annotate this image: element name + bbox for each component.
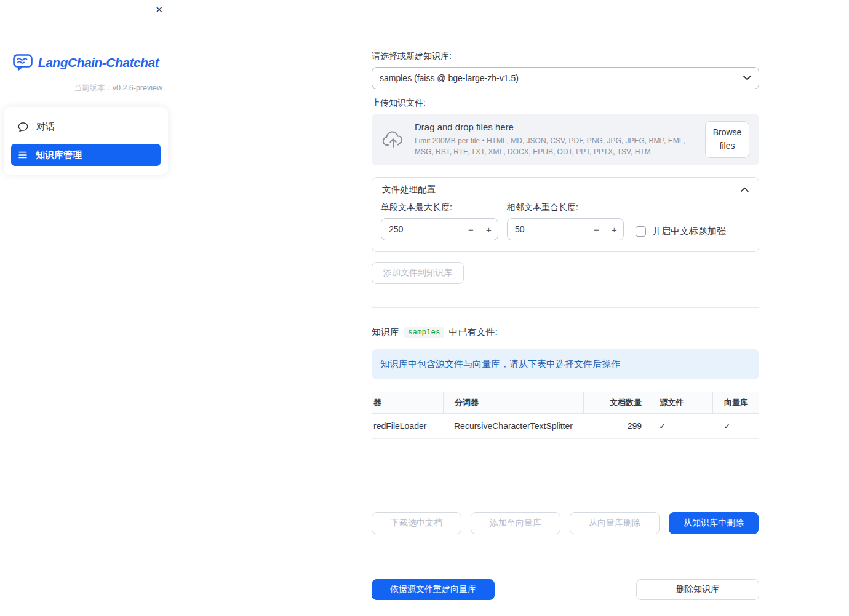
zh-title-enhance-checkbox[interactable] (636, 226, 646, 237)
file-table: 器 分词器 文档数量 源文件 向量库 redFileLoader Recursi… (372, 392, 759, 497)
sidebar-item-knowledge-base[interactable]: 知识库管理 (11, 144, 161, 166)
table-header-row: 器 分词器 文档数量 源文件 向量库 (372, 392, 759, 414)
existing-prefix: 知识库 (372, 326, 399, 338)
kb-select[interactable]: samples (faiss @ bge-large-zh-v1.5) (372, 67, 759, 89)
app-logo: LangChain-Chatchat (0, 54, 172, 71)
add-files-button[interactable]: 添加文件到知识库 (372, 262, 464, 284)
column-header-vector-store[interactable]: 向量库 (712, 392, 759, 413)
cell-doc-count[interactable]: 299 (583, 414, 648, 438)
overlap-stepper[interactable]: − + (507, 218, 624, 240)
overlap-input[interactable] (508, 224, 588, 234)
file-dropzone[interactable]: Drag and drop files here Limit 200MB per… (372, 114, 759, 165)
delete-from-kb-button[interactable]: 从知识库中删除 (669, 512, 759, 534)
sidebar-item-label: 知识库管理 (36, 149, 82, 161)
chunk-size-stepper[interactable]: − + (381, 218, 498, 240)
column-header-loader[interactable]: 器 (372, 392, 443, 413)
cell-source-file-check[interactable]: ✓ (648, 414, 712, 438)
sidebar-menu: 对话 知识库管理 (4, 107, 168, 175)
app-title: LangChain-Chatchat (38, 55, 159, 70)
sidebar-item-label: 对话 (36, 121, 55, 133)
table-row[interactable]: redFileLoader RecursiveCharacterTextSpli… (372, 414, 759, 439)
sidebar: ✕ LangChain-Chatchat 当前版本：v0.2.6-preview… (0, 0, 172, 616)
zh-title-enhance-option: 开启中文标题加强 (636, 222, 726, 240)
version-value: v0.2.6-preview (113, 84, 162, 92)
zh-title-enhance-label[interactable]: 开启中文标题加强 (652, 226, 726, 237)
main-area: 请选择或新建知识库: samples (faiss @ bge-large-zh… (172, 0, 849, 616)
cell-loader[interactable]: redFileLoader (372, 414, 443, 438)
chevron-down-icon (743, 76, 751, 81)
expander-header[interactable]: 文件处理配置 (372, 178, 759, 201)
sidebar-item-dialogue[interactable]: 对话 (11, 116, 161, 138)
file-config-expander: 文件处理配置 单段文本最大长度: − + 相邻文本重合 (372, 177, 759, 252)
cloud-upload-icon (381, 130, 405, 149)
delete-from-vector-store-button[interactable]: 从向量库删除 (570, 512, 660, 534)
dropzone-texts: Drag and drop files here Limit 200MB per… (415, 122, 695, 157)
overlap-label: 相邻文本重合长度: (507, 202, 624, 213)
browse-files-button[interactable]: Browse files (705, 121, 749, 157)
kb-name-code: samples (404, 327, 444, 338)
dropzone-title: Drag and drop files here (415, 122, 695, 132)
knowledge-list-icon (18, 150, 28, 160)
expander-title: 文件处理配置 (382, 184, 436, 195)
expander-body: 单段文本最大长度: − + 相邻文本重合长度: − + (372, 201, 759, 251)
existing-files-heading: 知识库 samples 中已有文件: (372, 326, 759, 338)
overlap-minus-button[interactable]: − (588, 224, 605, 235)
version-label: 当前版本： (74, 84, 113, 92)
download-selected-button[interactable]: 下载选中文档 (372, 512, 461, 534)
sidebar-close-icon[interactable]: ✕ (155, 5, 163, 14)
chat-bubble-icon (18, 122, 28, 132)
column-header-splitter[interactable]: 分词器 (443, 392, 583, 413)
upload-label: 上传知识文件: (372, 98, 759, 109)
overlap-group: 相邻文本重合长度: − + (507, 202, 624, 240)
overlap-plus-button[interactable]: + (605, 224, 623, 235)
delete-kb-button[interactable]: 删除知识库 (636, 579, 759, 600)
chunk-plus-button[interactable]: + (480, 224, 498, 235)
version-line: 当前版本：v0.2.6-preview (0, 83, 172, 93)
file-actions-row: 下载选中文档 添加至向量库 从向量库删除 从知识库中删除 (372, 512, 759, 534)
kb-actions-row: 依据源文件重建向量库 删除知识库 (372, 579, 759, 600)
kb-select-label: 请选择或新建知识库: (372, 51, 759, 62)
kb-select-value: samples (faiss @ bge-large-zh-v1.5) (380, 73, 519, 83)
content-column: 请选择或新建知识库: samples (faiss @ bge-large-zh… (372, 0, 759, 600)
cell-splitter[interactable]: RecursiveCharacterTextSplitter (443, 414, 583, 438)
chunk-size-input[interactable] (381, 224, 462, 234)
chevron-up-icon (741, 187, 749, 192)
cell-vector-store-check[interactable]: ✓ (712, 414, 759, 438)
divider (372, 307, 759, 308)
rebuild-vector-store-button[interactable]: 依据源文件重建向量库 (372, 579, 495, 600)
column-header-doc-count[interactable]: 文档数量 (583, 392, 648, 413)
dropzone-limit-text: Limit 200MB per file • HTML, MD, JSON, C… (415, 136, 695, 157)
existing-suffix: 中已有文件: (449, 326, 498, 338)
chunk-size-label: 单段文本最大长度: (381, 202, 498, 213)
add-to-vector-store-button[interactable]: 添加至向量库 (471, 512, 560, 534)
column-header-source-file[interactable]: 源文件 (648, 392, 712, 413)
chunk-size-group: 单段文本最大长度: − + (381, 202, 498, 240)
logo-chat-icon (13, 54, 33, 71)
info-banner: 知识库中包含源文件与向量库，请从下表中选择文件后操作 (372, 349, 759, 379)
chunk-minus-button[interactable]: − (462, 224, 480, 235)
divider (372, 558, 759, 558)
